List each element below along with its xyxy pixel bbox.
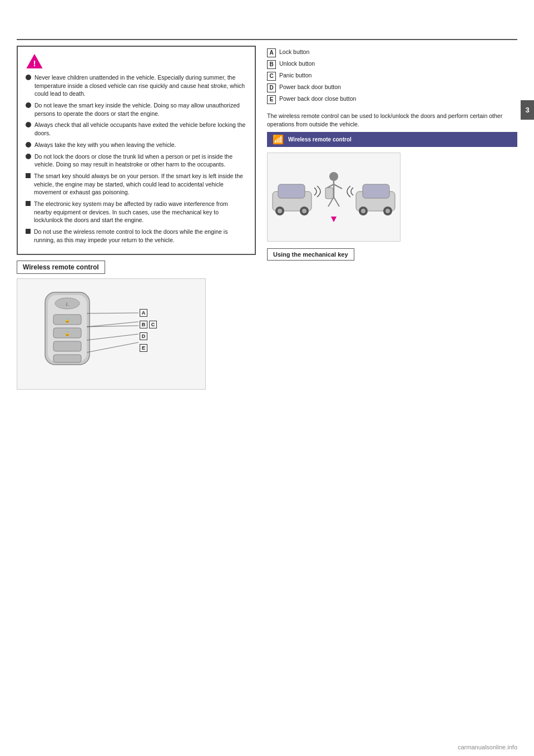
label-box-e: E [267, 95, 276, 104]
svg-point-26 [361, 209, 365, 213]
watermark: carmanualsonline.info [458, 744, 517, 750]
top-rule [17, 39, 517, 40]
warning-header: ! [26, 53, 247, 69]
mechanical-key-caption: Using the mechanical key [267, 248, 354, 261]
keyfob-illustration: L 🔒 🔓 [28, 284, 140, 384]
keyfob-image-box: L 🔒 🔓 A [17, 278, 206, 390]
svg-rect-18 [278, 184, 305, 198]
keyfob-labels: A B C D E [140, 309, 157, 352]
label-box-c: C [267, 72, 276, 81]
wireless-description: The wireless remote control can be used … [267, 112, 517, 129]
svg-text:🔒: 🔒 [65, 317, 70, 323]
wireless-remote-caption: Wireless remote control [17, 261, 105, 274]
label-item-c: C Panic button [267, 71, 517, 81]
label-item-e: E Power back door close button [267, 95, 517, 104]
warning-item-2: Do not leave the smart key inside the ve… [26, 101, 247, 117]
svg-rect-35 [325, 188, 333, 199]
svg-text:!: ! [33, 58, 36, 68]
warning-item-7: The electronic key system may be affecte… [26, 200, 247, 224]
label-a: A [140, 309, 147, 317]
label-item-a: A Lock button [267, 48, 517, 57]
warning-item-4: Always take the key with you when leavin… [26, 141, 247, 149]
left-column: ! Never leave children unattended in the… [17, 46, 256, 395]
svg-text:L: L [66, 301, 68, 307]
svg-point-28 [385, 209, 390, 213]
mechanical-key-section: Using the mechanical key [267, 153, 517, 261]
label-box-a: A [267, 48, 276, 57]
section-banner: 📶 Wireless remote control [267, 132, 517, 147]
mechanical-key-illustration [270, 155, 398, 239]
warning-box: ! Never leave children unattended in the… [17, 46, 256, 255]
svg-point-20 [278, 209, 282, 213]
svg-rect-9 [53, 355, 81, 362]
svg-line-32 [334, 184, 342, 189]
svg-text:🔓: 🔓 [65, 331, 70, 336]
label-box-d: D [267, 84, 276, 92]
bullet-circle-icon [26, 122, 31, 127]
svg-rect-8 [53, 341, 81, 351]
bullet-square-icon [26, 173, 31, 178]
bullet-square-icon [26, 201, 31, 206]
bullet-circle-icon [26, 75, 31, 80]
warning-triangle-icon: ! [26, 53, 43, 69]
svg-point-22 [302, 209, 306, 213]
main-content: ! Never leave children unattended in the… [17, 46, 517, 395]
page-container: ! Never leave children unattended in the… [0, 0, 534, 756]
label-d: D [140, 332, 147, 340]
label-b: B [140, 321, 147, 328]
svg-rect-24 [363, 184, 389, 198]
label-box-b: B [267, 60, 276, 69]
warning-item-8: Do not use the wireless remote control t… [26, 228, 247, 244]
bullet-circle-icon [26, 102, 31, 108]
mechanical-key-image-box [267, 153, 400, 242]
svg-point-29 [329, 172, 338, 181]
svg-line-34 [334, 197, 339, 207]
warning-item-5: Do not lock the doors or close the trunk… [26, 153, 247, 169]
label-item-d: D Power back door button [267, 83, 517, 92]
label-c: C [149, 321, 157, 328]
bullet-circle-icon [26, 154, 31, 159]
label-item-b: B Unlock button [267, 60, 517, 69]
bullet-square-icon [26, 229, 31, 234]
warning-item-3: Always check that all vehicle occupants … [26, 121, 247, 137]
page-number-tab: 3 [521, 100, 534, 120]
right-column: A Lock button B Unlock button C Panic bu… [267, 46, 517, 395]
label-e: E [140, 344, 147, 352]
wireless-signal-icon: 📶 [273, 134, 284, 145]
warning-item-6: The smart key should always be on your p… [26, 172, 247, 197]
bullet-circle-icon [26, 142, 31, 148]
label-list: A Lock button B Unlock button C Panic bu… [267, 48, 517, 104]
warning-item-1: Never leave children unattended in the v… [26, 73, 247, 98]
svg-marker-36 [331, 217, 337, 222]
